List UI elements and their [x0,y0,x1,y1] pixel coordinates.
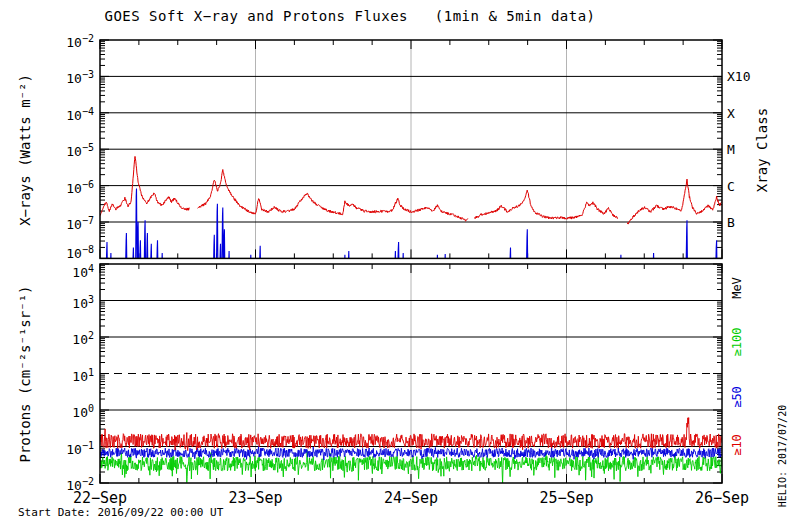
xray-class-axis-label: Xray Class [754,108,770,192]
class-x10-label: X10 [727,69,750,84]
start-date-label: Start Date: 2016/09/22 00:00 UT [18,506,223,519]
class-c-label: C [727,179,735,194]
y-tick-label-10e-3: 10−3 [38,67,94,86]
y-tick-label-10e0: 100 [38,401,94,420]
mev-axis-label: MeV [730,277,744,299]
class-x-label: X [727,106,735,121]
y-tick-label-10e1: 101 [38,365,94,384]
ge50-mev-label: ≥50 [730,386,744,408]
class-b-label: B [727,215,735,230]
goes-flux-screen: GOES Soft X−ray and Protons Fluxes (1min… [0,0,800,530]
x-tick-26sep: 26−Sep [695,489,749,507]
ge100-mev-label: ≥100 [730,328,744,357]
y-tick-label-10e-1: 10−1 [38,438,94,457]
class-m-label: M [727,142,735,157]
ge10-mev-label: ≥10 [730,434,744,456]
x-tick-23sep: 23−Sep [228,489,282,507]
xray-axis-label: X−rays (Watts m⁻²) [17,74,33,226]
x-tick-24sep: 24−Sep [384,489,438,507]
y-tick-label-10e-2: 10−2 [38,31,94,50]
y-tick-label-10e-6: 10−6 [38,177,94,196]
y-tick-label-10e4: 104 [38,261,94,280]
y-tick-label-10e-7: 10−7 [38,213,94,232]
y-tick-label-10e3: 103 [38,292,94,311]
protons-axis-label: Protons (cm⁻²s⁻¹sr⁻¹) [17,285,33,462]
xray-short-trace [106,189,717,281]
flux-plot-canvas [0,0,800,530]
y-tick-label-10e-2: 10−2 [38,474,94,493]
helio-credit-label: HELIO: 2017/07/20 [777,405,788,507]
y-tick-label-10e-4: 10−4 [38,104,94,123]
x-tick-25sep: 25−Sep [539,489,593,507]
y-tick-label-10e2: 102 [38,328,94,347]
y-tick-label-10e-5: 10−5 [38,140,94,159]
y-tick-label-10e-8: 10−8 [38,242,94,261]
